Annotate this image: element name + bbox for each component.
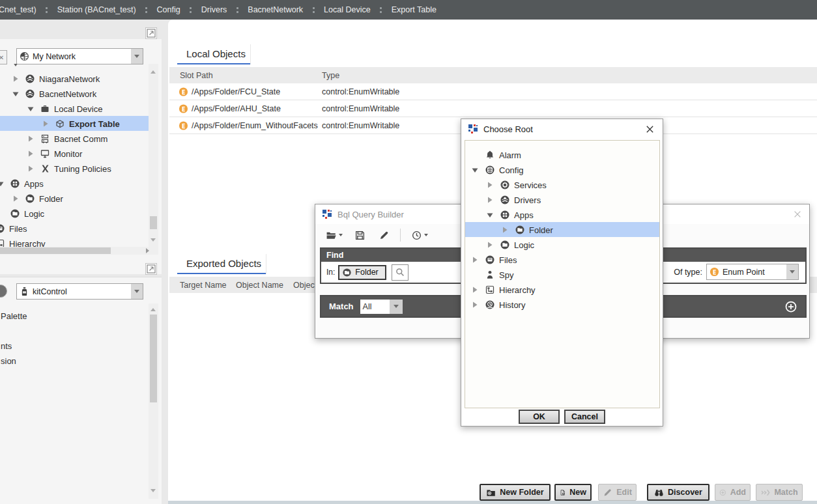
tree-item-niagaranetwork[interactable]: NiagaraNetwork [0, 71, 149, 86]
tab-local-objects[interactable]: Local Objects [177, 44, 250, 64]
palette-item-palette[interactable]: Palette [0, 308, 149, 323]
scroll-up-icon[interactable] [150, 70, 156, 74]
tree-item-logic[interactable]: Logic [0, 206, 149, 221]
nav-close-button[interactable]: ✕ [0, 50, 7, 64]
scroll-down-icon[interactable] [150, 238, 156, 242]
tree-item-bacnetnetwork[interactable]: BacnetNetwork [0, 86, 149, 101]
palette-item-nts[interactable]: nts [0, 338, 149, 353]
breadcrumb-item[interactable]: BacnetNetwork [246, 5, 304, 14]
new-folder-button[interactable]: New Folder [480, 484, 551, 501]
combo-dropdown-button[interactable] [131, 284, 143, 299]
scroll-down-icon[interactable] [150, 489, 156, 492]
dialog-titlebar[interactable]: Choose Root [461, 119, 663, 139]
breadcrumb-item[interactable]: Export Table [390, 5, 438, 14]
expand-expander-icon[interactable] [502, 227, 508, 233]
cancel-button[interactable]: Cancel [564, 410, 605, 424]
column-header-object-name[interactable]: Object Name [236, 281, 283, 290]
breadcrumb-item[interactable]: Station (BACnet_test) [56, 5, 137, 14]
table-row[interactable]: /Apps/Folder/AHU_Statecontrol:EnumWritab… [169, 100, 817, 117]
tree-item-hierarchy[interactable]: Hierarchy [0, 236, 149, 247]
scrollbar-thumb[interactable] [150, 216, 157, 229]
breadcrumb-item[interactable]: Local Device [322, 5, 372, 14]
tree-item-drivers[interactable]: Drivers [465, 192, 659, 207]
nav-scope-combo[interactable]: My Network [16, 48, 143, 64]
tree-item-monitor[interactable]: Monitor [0, 146, 149, 161]
tree-item-export-table[interactable]: Export Table [0, 116, 149, 131]
expand-expander-icon[interactable] [487, 182, 493, 188]
expand-expander-icon[interactable] [27, 165, 34, 172]
tree-item-apps[interactable]: Apps [465, 207, 659, 222]
nav-expand-button[interactable] [145, 27, 157, 39]
nav-vertical-scrollbar[interactable] [149, 64, 158, 247]
palette-vertical-scrollbar[interactable] [149, 303, 158, 499]
breadcrumb-item[interactable]: Drivers [200, 5, 229, 14]
save-query-button[interactable] [353, 229, 367, 242]
scrollbar-thumb[interactable] [0, 247, 111, 254]
add-condition-button[interactable] [784, 300, 797, 313]
tree-item-history[interactable]: History [465, 297, 659, 312]
expand-expander-icon[interactable] [12, 76, 19, 82]
collapse-expander-icon[interactable] [12, 64, 19, 67]
ok-button[interactable]: OK [519, 410, 560, 424]
tree-item-services[interactable]: Services [465, 177, 659, 192]
tree-item-folder[interactable]: Folder [0, 191, 149, 206]
discover-button[interactable]: Discover [647, 484, 710, 501]
expand-expander-icon[interactable] [487, 197, 493, 203]
open-query-button[interactable] [324, 229, 344, 242]
combo-dropdown-button[interactable] [786, 264, 798, 279]
collapse-expander-icon[interactable] [27, 105, 34, 112]
breadcrumb-item[interactable]: Cnet_test) [0, 5, 38, 14]
expand-expander-icon[interactable] [472, 301, 478, 308]
tree-item-tuning-policies[interactable]: Tuning Policies [0, 161, 149, 176]
palette-combo[interactable]: kitControl [16, 283, 143, 300]
find-in-button[interactable]: Folder [338, 265, 386, 280]
combo-dropdown-button[interactable] [131, 49, 143, 64]
column-header-slot-path[interactable]: Slot Path [180, 71, 213, 80]
expand-expander-icon[interactable] [12, 195, 19, 202]
edit-button[interactable]: Edit [598, 484, 637, 501]
expand-expander-icon[interactable] [27, 135, 34, 142]
tree-item-apps[interactable]: Apps [0, 176, 149, 191]
expand-expander-icon[interactable] [42, 120, 49, 127]
nav-horizontal-scrollbar[interactable] [0, 247, 158, 255]
expand-expander-icon[interactable] [27, 150, 34, 157]
tree-item-files[interactable]: Files [465, 252, 659, 267]
column-header-type[interactable]: Type [322, 71, 339, 80]
collapse-expander-icon[interactable] [0, 180, 4, 187]
close-button[interactable] [644, 124, 655, 134]
palette-item-sion[interactable]: sion [0, 353, 149, 368]
match-combo[interactable]: All [360, 300, 403, 314]
collapse-expander-icon[interactable] [487, 212, 493, 218]
collapse-expander-icon[interactable] [472, 167, 478, 173]
expand-expander-icon[interactable] [472, 257, 478, 263]
tree-item-local-device[interactable]: Local Device [0, 101, 149, 116]
scrollbar-thumb[interactable] [150, 315, 157, 402]
edit-query-button[interactable] [377, 229, 391, 242]
tree-item-config[interactable]: Config [465, 162, 659, 177]
tree-item-spy[interactable]: Spy [465, 267, 659, 282]
tree-item-alarm[interactable]: Alarm [465, 147, 659, 162]
collapse-expander-icon[interactable] [12, 91, 19, 97]
breadcrumb-item[interactable]: Config [156, 5, 182, 14]
table-row[interactable]: /Apps/Folder/FCU_Statecontrol:EnumWritab… [169, 83, 817, 100]
scroll-up-icon[interactable] [150, 308, 156, 311]
column-header-object[interactable]: Object [293, 281, 317, 290]
add-button[interactable]: Add [715, 484, 751, 501]
tree-item-hierarchy[interactable]: Hierarchy [465, 282, 659, 297]
tab-exported-objects[interactable]: Exported Objects [177, 254, 266, 274]
match-button[interactable]: Match [756, 484, 803, 501]
tree-item-bacnet-comm[interactable]: Bacnet Comm [0, 131, 149, 146]
tree-item-blank[interactable] [0, 64, 149, 71]
history-query-button[interactable] [410, 229, 429, 242]
close-button[interactable] [792, 209, 803, 219]
of-type-combo[interactable]: Enum Point [706, 264, 799, 280]
new-button[interactable]: New [554, 484, 592, 501]
search-button[interactable] [392, 264, 408, 281]
tree-item-logic[interactable]: Logic [465, 237, 659, 252]
palette-expand-button[interactable] [145, 263, 157, 275]
expand-expander-icon[interactable] [472, 287, 478, 293]
scroll-right-icon[interactable] [146, 248, 149, 253]
column-header-target-name[interactable]: Target Name [180, 281, 227, 290]
expand-expander-icon[interactable] [487, 242, 493, 248]
tree-item-files[interactable]: Files [0, 221, 149, 236]
